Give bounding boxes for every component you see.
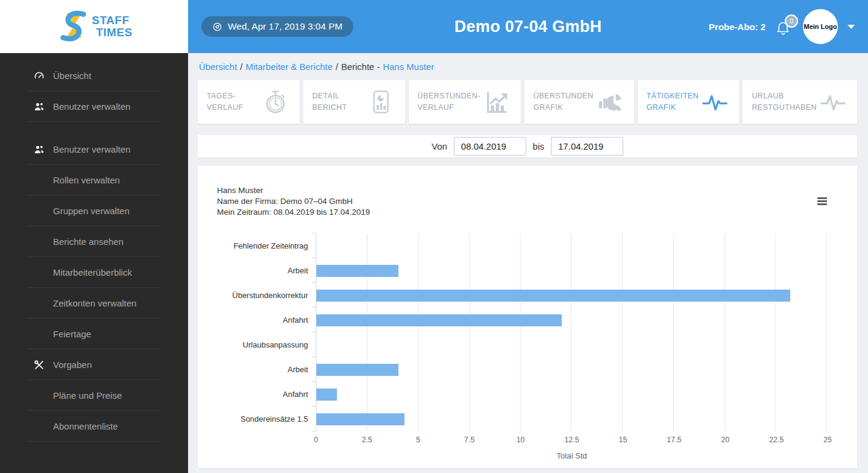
- sidebar-item-übersicht[interactable]: Übersicht: [0, 60, 188, 91]
- bis-date-input[interactable]: [551, 137, 623, 156]
- sidebar-item-zeitkonten-verwalten[interactable]: Zeitkonten verwalten: [0, 288, 188, 319]
- bar-track: [316, 332, 827, 357]
- x-tick-label: 15: [618, 436, 627, 444]
- chart-row: Fehlender Zeiteintrag: [217, 233, 857, 258]
- notifications-button[interactable]: 0: [775, 17, 793, 36]
- chart-card: Hans Muster Name der Firma: Demo 07–04 G…: [198, 166, 857, 468]
- avatar[interactable]: Mein Logo: [803, 9, 838, 44]
- tab-label: TÄTIGKEITENGRAFIK: [647, 90, 699, 114]
- category-label: Anfahrt: [217, 316, 316, 325]
- breadcrumb-link[interactable]: Hans Muster: [383, 62, 434, 72]
- chevron-down-icon[interactable]: [848, 25, 855, 29]
- tab-label: TAGES-VERLAUF: [207, 90, 243, 114]
- bar-track: [316, 308, 827, 332]
- chart-row: Überstundenkorrektur: [217, 283, 857, 308]
- bar: [316, 389, 337, 401]
- sidebar-item-rollen-verwalten[interactable]: Rollen verwalten: [0, 165, 188, 195]
- x-tick-label: 22.5: [769, 436, 784, 444]
- chart-row: Arbeit: [217, 357, 857, 382]
- report-document-icon: [365, 87, 397, 117]
- bar-track: [316, 357, 827, 382]
- logo-text-line2: TIMES: [96, 27, 133, 39]
- tools-icon: [33, 358, 46, 372]
- chart-row: Anfahrt: [217, 308, 857, 332]
- sidebar-item-label: Berichte ansehen: [53, 237, 124, 247]
- sidebar-item-pläne-und-preise[interactable]: Pläne und Preise: [0, 380, 188, 411]
- subscription-label: Probe-Abo: 2: [709, 22, 766, 32]
- tab-überstunden-verlauf[interactable]: ÜBERSTUNDEN-VERLAUF: [409, 80, 521, 124]
- bar-track: [316, 258, 827, 283]
- sidebar-menu: ÜbersichtBenutzer verwaltenBenutzer verw…: [0, 53, 188, 442]
- sidebar-item-label: Benutzer verwalten: [53, 144, 130, 154]
- category-label: Überstundenkorrektur: [217, 291, 316, 300]
- tab-tätigkeiten-grafik[interactable]: TÄTIGKEITENGRAFIK: [638, 80, 740, 124]
- tab-tages-verlauf[interactable]: TAGES-VERLAUF: [198, 80, 300, 124]
- chart-menu-button[interactable]: [817, 197, 827, 206]
- breadcrumb-link[interactable]: Übersicht: [199, 62, 237, 72]
- tab-label: ÜBERSTUNDEN-VERLAUF: [418, 90, 480, 114]
- tab-label: ÜBERSTUNDENGRAFIK: [533, 90, 594, 114]
- tab-urlaub-restguthaben[interactable]: URLAUBRESTGUTHABEN: [743, 80, 857, 124]
- tab-überstunden-grafik[interactable]: ÜBERSTUNDENGRAFIK: [524, 80, 634, 124]
- bar-track: [316, 233, 827, 258]
- x-tick-label: 5: [416, 436, 420, 444]
- sidebar-item-vorgaben[interactable]: Vorgaben: [0, 349, 188, 380]
- logo-mark-icon: [55, 8, 90, 45]
- x-tick-label: 10: [517, 436, 525, 444]
- activity-bar-chart: Fehlender ZeiteintragArbeitÜberstundenko…: [217, 233, 857, 460]
- gauge-icon: [33, 69, 46, 83]
- chart-title-name: Hans Muster: [217, 185, 857, 196]
- top-header: Wed, Apr 17, 2019 3:04 PM Demo 07-04 Gmb…: [188, 0, 868, 53]
- notification-badge: 0: [785, 14, 798, 28]
- sidebar-item-label: Mitarbeiterüberblick: [53, 267, 132, 278]
- breadcrumb-separator: /: [336, 62, 338, 72]
- main-content: Übersicht/Mitarbeiter & Berichte/Bericht…: [188, 53, 868, 473]
- x-tick-label: 2.5: [362, 436, 372, 444]
- category-label: Arbeit: [217, 266, 316, 275]
- stopwatch-icon: [259, 87, 292, 117]
- x-axis: 02.557.51012.51517.52022.525: [316, 436, 828, 446]
- category-label: Sondereinsätze 1.5: [217, 414, 316, 424]
- report-tabs: TAGES-VERLAUFDETAILBERICHTÜBERSTUNDEN-VE…: [198, 80, 857, 124]
- bar-pie-chart-icon: [594, 87, 626, 117]
- breadcrumb-link[interactable]: Mitarbeiter & Berichte: [246, 62, 333, 72]
- avatar-label: Mein Logo: [804, 23, 837, 30]
- logo-area: STAFF TIMES: [0, 0, 188, 53]
- staff-times-logo[interactable]: STAFF TIMES: [55, 8, 133, 45]
- date-filter-bar: Von bis: [198, 135, 857, 157]
- datetime-text: Wed, Apr 17, 2019 3:04 PM: [228, 21, 342, 32]
- bar-track: [316, 283, 827, 308]
- pulse-icon: [699, 87, 731, 117]
- sidebar-item-label: Übersicht: [53, 71, 91, 81]
- bar: [316, 413, 404, 425]
- chart-row: Arbeit: [217, 258, 857, 283]
- category-label: Urlaubsanpassung: [217, 340, 316, 349]
- chart-row: Urlaubsanpassung: [217, 332, 857, 357]
- chart-row: Sondereinsätze 1.5: [217, 407, 857, 431]
- chart-row: Anfahrt: [217, 382, 857, 407]
- sidebar-item-label: Gruppen verwalten: [53, 206, 130, 216]
- bis-label: bis: [533, 141, 544, 151]
- sidebar-item-berichte-ansehen[interactable]: Berichte ansehen: [0, 226, 188, 257]
- x-tick-label: 0: [314, 436, 318, 444]
- x-axis-label: Total Std: [316, 451, 828, 460]
- tab-label: DETAILBERICHT: [312, 90, 347, 114]
- sidebar-item-gruppen-verwalten[interactable]: Gruppen verwalten: [0, 195, 188, 226]
- tab-detail-bericht[interactable]: DETAILBERICHT: [303, 80, 405, 124]
- sidebar-item-benutzer-verwalten[interactable]: Benutzer verwalten: [0, 91, 188, 122]
- sidebar-item-label: Rollen verwalten: [53, 175, 120, 185]
- chart-title-period: Mein Zeitraum: 08.04.2019 bis 17.04.2019: [217, 207, 857, 218]
- tab-label: URLAUBRESTGUTHABEN: [752, 90, 817, 114]
- sidebar-item-label: Vorgaben: [53, 360, 92, 370]
- breadcrumb-separator: /: [240, 62, 242, 72]
- bar: [316, 364, 398, 376]
- sidebar: STAFF TIMES ÜbersichtBenutzer verwaltenB…: [0, 0, 188, 473]
- von-date-input[interactable]: [454, 137, 526, 156]
- x-tick-label: 25: [823, 436, 832, 444]
- x-tick-label: 17.5: [667, 436, 681, 444]
- sidebar-item-benutzer-verwalten[interactable]: Benutzer verwalten: [0, 134, 188, 165]
- sidebar-item-abonnentenliste[interactable]: Abonnentenliste: [0, 411, 188, 442]
- sidebar-item-feiertage[interactable]: Feiertage: [0, 319, 188, 349]
- bar-track: [316, 382, 827, 407]
- sidebar-item-mitarbeiterüberblick[interactable]: Mitarbeiterüberblick: [0, 257, 188, 288]
